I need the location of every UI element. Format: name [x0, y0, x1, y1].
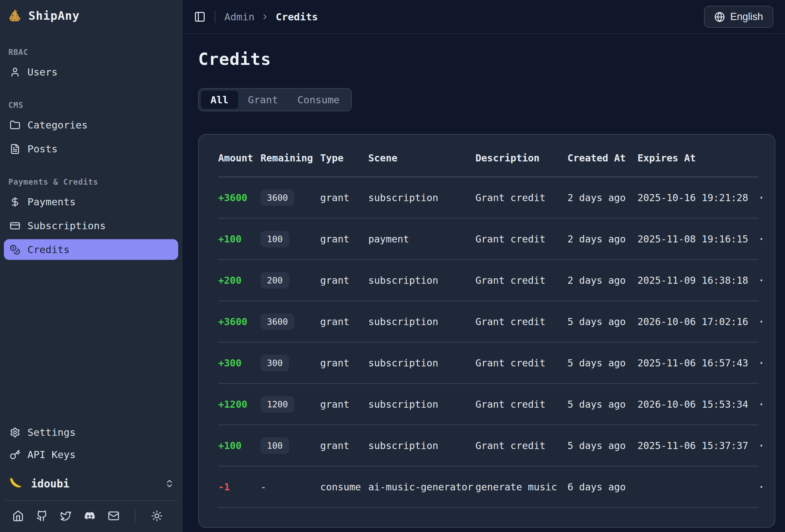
user-name: idoubi — [31, 477, 69, 490]
type-cell: grant — [320, 275, 368, 286]
created-at-cell: 5 days ago — [567, 357, 637, 369]
description-cell: Grant credit — [476, 233, 567, 245]
amount-cell: +3600 — [218, 192, 260, 203]
sailboat-icon — [8, 8, 22, 23]
description-cell: generate music — [476, 481, 567, 492]
sidebar-item-payments[interactable]: Payments — [4, 192, 178, 212]
type-cell: grant — [320, 316, 368, 327]
sidebar-item-subscriptions[interactable]: Subscriptions — [4, 215, 178, 236]
sidebar-item-posts[interactable]: Posts — [4, 138, 178, 159]
created-at-cell: 5 days ago — [567, 399, 637, 410]
row-actions-button[interactable]: · — [758, 398, 765, 411]
sidebar-item-api-keys[interactable]: API Keys — [4, 444, 178, 465]
type-cell: grant — [320, 440, 368, 451]
row-actions-button[interactable]: · — [758, 274, 765, 287]
language-button[interactable]: English — [704, 6, 774, 28]
gear-icon — [10, 427, 20, 438]
expires-at-cell: 2026-10-06 17:02:16 — [637, 316, 758, 327]
breadcrumb-current: Credits — [276, 11, 318, 23]
row-actions-button[interactable]: · — [758, 315, 765, 328]
user-icon — [10, 67, 20, 77]
amount-cell: -1 — [218, 481, 260, 492]
table-row: +300 300 grant subscription Grant credit… — [218, 343, 759, 384]
sidebar-item-label: Posts — [27, 143, 57, 155]
sidebar-item-settings[interactable]: Settings — [4, 422, 178, 442]
tab-grant[interactable]: Grant — [238, 91, 287, 109]
col-type: Type — [320, 152, 368, 164]
sidebar-section-payments-credits: Payments & Credits — [8, 178, 182, 186]
created-at-cell: 2 days ago — [567, 275, 637, 286]
panel-left-icon — [194, 11, 206, 23]
breadcrumb: Admin Credits — [224, 11, 318, 23]
sidebar-item-credits[interactable]: Credits — [4, 239, 178, 260]
discord-icon[interactable] — [84, 510, 96, 522]
twitter-icon[interactable] — [60, 510, 72, 522]
sidebar-item-users[interactable]: Users — [4, 62, 178, 82]
sidebar-item-label: API Keys — [27, 449, 76, 460]
remaining-badge: 200 — [260, 272, 289, 288]
table-row: +100 100 grant payment Grant credit 2 da… — [218, 219, 759, 260]
description-cell: Grant credit — [476, 192, 567, 203]
created-at-cell: 6 days ago — [567, 481, 637, 492]
sidebar-section-cms: CMS — [8, 101, 182, 110]
created-at-cell: 5 days ago — [567, 316, 637, 327]
scene-cell: subscription — [368, 316, 476, 327]
credit-card-icon — [10, 221, 20, 231]
row-actions-button[interactable]: · — [758, 232, 765, 246]
remaining-badge: 1200 — [260, 396, 295, 412]
amount-cell: +100 — [218, 233, 260, 245]
col-created-at: Created At — [567, 152, 637, 164]
description-cell: Grant credit — [476, 440, 567, 451]
remaining-cell: 200 — [260, 272, 320, 288]
scene-cell: subscription — [368, 399, 476, 410]
file-text-icon — [10, 144, 20, 154]
expires-at-cell: 2025-11-06 15:37:37 — [637, 440, 758, 451]
expires-at-cell: 2026-10-06 15:53:34 — [637, 399, 758, 410]
sidebar-bottom: Settings API Keys idoubi — [0, 420, 182, 532]
avatar — [8, 476, 23, 491]
description-cell: Grant credit — [476, 399, 567, 410]
github-icon[interactable] — [36, 510, 48, 522]
col-amount: Amount — [218, 152, 260, 164]
sidebar-item-label: Payments — [27, 196, 76, 208]
scene-cell: subscription — [368, 440, 476, 451]
tab-all[interactable]: All — [201, 91, 238, 109]
sidebar-item-categories[interactable]: Categories — [4, 115, 178, 135]
main-area: Admin Credits English Credits All Grant … — [182, 0, 785, 532]
description-cell: Grant credit — [476, 275, 567, 286]
row-actions-button[interactable]: · — [758, 439, 765, 452]
chevron-right-icon — [261, 12, 269, 21]
col-remaining: Remaining — [260, 152, 320, 164]
app-logo[interactable]: ShipAny — [0, 0, 182, 28]
sidebar-toggle-button[interactable] — [194, 11, 206, 23]
expires-at-cell: 2025-11-08 19:16:15 — [637, 233, 758, 245]
remaining-badge: 100 — [260, 231, 289, 247]
language-button-label: English — [730, 11, 763, 23]
page-content: Credits All Grant Consume Amount Remaini… — [182, 34, 785, 532]
theme-toggle-sun-icon[interactable] — [151, 510, 163, 522]
row-actions-button[interactable]: · — [758, 356, 765, 370]
divider — [214, 11, 215, 23]
app-name: ShipAny — [28, 9, 80, 22]
remaining-cell: 100 — [260, 437, 320, 454]
expires-at-cell: 2025-11-09 16:38:18 — [637, 275, 758, 286]
table-row: +1200 1200 grant subscription Grant cred… — [218, 384, 759, 425]
remaining-cell: 3600 — [260, 313, 320, 330]
mail-icon[interactable] — [108, 510, 120, 522]
folder-icon — [10, 120, 20, 130]
table-row: +200 200 grant subscription Grant credit… — [218, 260, 759, 301]
type-cell: grant — [320, 233, 368, 245]
tab-consume[interactable]: Consume — [287, 91, 349, 109]
remaining-cell: 3600 — [260, 189, 320, 206]
created-at-cell: 2 days ago — [567, 192, 637, 203]
remaining-badge: 3600 — [260, 189, 295, 206]
home-icon[interactable] — [12, 510, 24, 522]
row-actions-button[interactable]: · — [758, 191, 765, 204]
amount-cell: +100 — [218, 440, 260, 451]
col-expires-at: Expires At — [637, 152, 758, 164]
row-actions-button[interactable]: · — [758, 480, 765, 493]
scene-cell: subscription — [368, 192, 476, 203]
user-menu[interactable]: idoubi — [8, 476, 174, 491]
sidebar-item-label: Users — [27, 66, 57, 78]
breadcrumb-admin[interactable]: Admin — [224, 11, 254, 23]
